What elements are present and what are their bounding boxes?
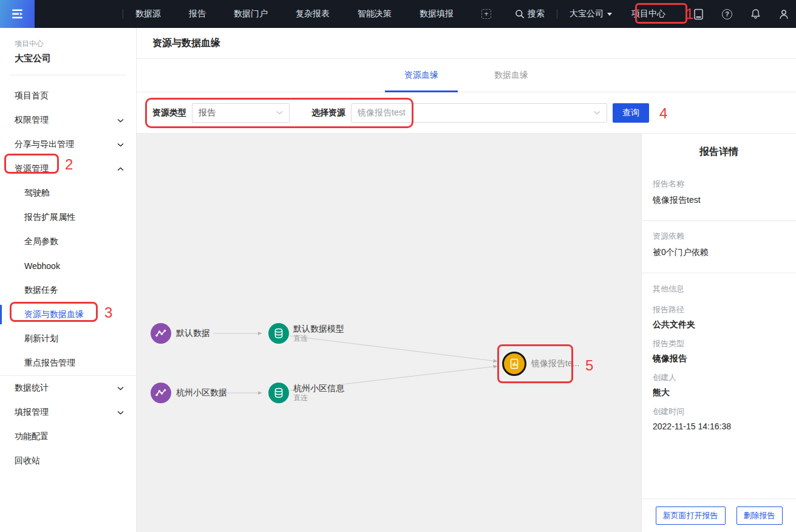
- graph-node-default-data-model[interactable]: 默认数据模型 直连: [268, 323, 344, 344]
- sidebar-item-label: 重点报告管理: [24, 358, 75, 369]
- topbar-divider: [557, 9, 557, 19]
- other-info-title: 其他信息: [653, 284, 785, 295]
- sidebar-project-label: 项目中心: [0, 39, 136, 49]
- select-resource-label: 选择资源: [311, 107, 345, 118]
- sidebar-item-refresh-plan[interactable]: 刷新计划: [0, 327, 136, 351]
- delete-report-button[interactable]: 删除报告: [736, 506, 783, 525]
- sidebar-item-webhook[interactable]: Webhook: [0, 254, 136, 278]
- topbar-right: 搜索 大宝公司 项目中心 ?: [515, 4, 796, 24]
- graph-node-default-data[interactable]: 默认数据: [151, 323, 210, 344]
- report-icon: [502, 352, 526, 376]
- sidebar-item-label: 资源管理: [15, 163, 49, 174]
- search-icon: [515, 9, 525, 19]
- node-label: 镜像报告te...: [531, 358, 579, 369]
- hamburger-menu-icon: [12, 9, 24, 19]
- bell-icon: [750, 9, 761, 19]
- chevron-down-icon: [117, 386, 124, 390]
- chevron-down-icon: [117, 411, 124, 415]
- sidebar-item-label: 填报管理: [15, 407, 49, 418]
- nav-data-filling[interactable]: 数据填报: [420, 9, 454, 19]
- tab-data-lineage[interactable]: 数据血缘: [475, 59, 548, 92]
- report-detail-panel: 报告详情 报告名称 镜像报告test 资源依赖 被0个门户依赖 其他信息 报告路…: [641, 134, 796, 532]
- sidebar-item-resource-data-lineage[interactable]: 资源与数据血缘: [0, 302, 136, 327]
- datasource-icon: [151, 323, 171, 344]
- user-menu-button[interactable]: [779, 9, 789, 19]
- nav-data-portal[interactable]: 数据门户: [234, 9, 268, 19]
- select-resource-select[interactable]: 镜像报告test: [351, 103, 607, 123]
- nav-complex-report[interactable]: 复杂报表: [296, 9, 330, 19]
- filter-bar: 资源类型 报告 选择资源 镜像报告test 查询: [137, 92, 796, 134]
- topbar-divider: [123, 9, 123, 19]
- report-type-field: 报告类型 镜像报告: [653, 338, 785, 364]
- sidebar-project-name: 大宝公司: [0, 53, 136, 64]
- help-button[interactable]: ?: [722, 9, 732, 19]
- app-logo[interactable]: [0, 0, 35, 28]
- sidebar-item-label: 分享与导出管理: [15, 139, 74, 150]
- add-module-icon[interactable]: +: [481, 9, 491, 19]
- query-button[interactable]: 查询: [613, 103, 649, 123]
- open-report-new-page-button[interactable]: 新页面打开报告: [656, 506, 726, 525]
- panel-footer: 新页面打开报告 删除报告: [642, 499, 796, 532]
- notifications-button[interactable]: [750, 9, 761, 19]
- search-button[interactable]: 搜索: [515, 9, 545, 19]
- chevron-down-icon: [276, 111, 283, 115]
- project-center-label: 项目中心: [631, 9, 665, 19]
- sidebar-item-label: 报告扩展属性: [24, 212, 75, 223]
- search-label: 搜索: [528, 9, 545, 19]
- nav-datasource[interactable]: 数据源: [135, 9, 161, 19]
- chevron-down-icon: [594, 111, 600, 115]
- creator-field: 创建人 熊大: [653, 372, 785, 398]
- lineage-graph-canvas[interactable]: 默认数据 默认数据模型 直连: [137, 134, 641, 532]
- tab-label: 资源血缘: [404, 70, 438, 81]
- project-center-button[interactable]: 项目中心: [625, 4, 672, 24]
- sidebar-item-data-statistics[interactable]: 数据统计: [0, 376, 136, 400]
- node-sublabel: 直连: [293, 394, 344, 403]
- node-label: 杭州小区数据: [176, 387, 227, 398]
- topbar: 数据源 报告 数据门户 复杂报表 智能决策 数据填报 + 搜索 大宝公司 项目中…: [0, 0, 796, 28]
- sidebar-item-project-home[interactable]: 项目首页: [0, 84, 136, 108]
- resource-type-value: 报告: [199, 107, 216, 118]
- sidebar-item-label: 全局参数: [24, 236, 58, 247]
- tab-resource-lineage[interactable]: 资源血缘: [385, 59, 458, 92]
- sidebar-divider: [10, 75, 126, 75]
- graph-node-hangzhou-data[interactable]: 杭州小区数据: [151, 383, 227, 403]
- page-header: 资源与数据血缘: [137, 28, 796, 59]
- sidebar-item-cockpit[interactable]: 驾驶舱: [0, 181, 136, 205]
- nav-report[interactable]: 报告: [189, 9, 206, 19]
- help-icon: ?: [722, 9, 732, 19]
- node-label: 默认数据模型: [293, 324, 344, 334]
- chevron-down-icon: [117, 143, 124, 147]
- chevron-down-icon: [117, 118, 124, 123]
- sidebar-item-key-report-mgmt[interactable]: 重点报告管理: [0, 351, 136, 375]
- chevron-down-icon: [607, 13, 612, 16]
- lineage-edges: [137, 134, 641, 531]
- company-dropdown[interactable]: 大宝公司: [570, 9, 612, 19]
- panel-title: 报告详情: [642, 134, 796, 169]
- sidebar-item-filling-mgmt[interactable]: 填报管理: [0, 400, 136, 425]
- sidebar-item-report-ext-attr[interactable]: 报告扩展属性: [0, 205, 136, 230]
- sidebar: 项目中心 大宝公司 项目首页 权限管理 分享与导出管理 资源管理 驾驶舱 报告扩…: [0, 28, 137, 532]
- device-preview-button[interactable]: [693, 9, 704, 20]
- graph-node-mirror-report[interactable]: 镜像报告te...: [502, 352, 579, 376]
- sidebar-item-permission-mgmt[interactable]: 权限管理: [0, 108, 136, 132]
- company-name: 大宝公司: [570, 9, 604, 19]
- sidebar-item-global-params[interactable]: 全局参数: [0, 230, 136, 254]
- sidebar-item-recycle-bin[interactable]: 回收站: [0, 449, 136, 473]
- resource-dependency-label: 资源依赖: [653, 231, 785, 242]
- graph-node-hangzhou-info[interactable]: 杭州小区信息 直连: [268, 383, 344, 403]
- tab-strip: 资源血缘 数据血缘: [137, 59, 796, 92]
- sidebar-item-label: 刷新计划: [24, 333, 58, 344]
- tab-label: 数据血缘: [494, 70, 528, 81]
- resource-type-label: 资源类型: [152, 107, 186, 118]
- sidebar-item-resource-mgmt[interactable]: 资源管理: [0, 157, 136, 181]
- sidebar-item-function-config[interactable]: 功能配置: [0, 425, 136, 449]
- report-name-section: 报告名称 镜像报告test: [642, 169, 796, 221]
- sidebar-item-label: 数据统计: [15, 383, 49, 394]
- report-path-field: 报告路径 公共文件夹: [653, 304, 785, 330]
- chevron-up-icon: [117, 167, 124, 171]
- nav-smart-decision[interactable]: 智能决策: [358, 9, 392, 19]
- sidebar-menu: 项目首页 权限管理 分享与导出管理 资源管理 驾驶舱 报告扩展属性 全局参数 W…: [0, 84, 136, 473]
- sidebar-item-share-export-mgmt[interactable]: 分享与导出管理: [0, 132, 136, 157]
- resource-type-select[interactable]: 报告: [192, 103, 290, 123]
- sidebar-item-data-task[interactable]: 数据任务: [0, 278, 136, 302]
